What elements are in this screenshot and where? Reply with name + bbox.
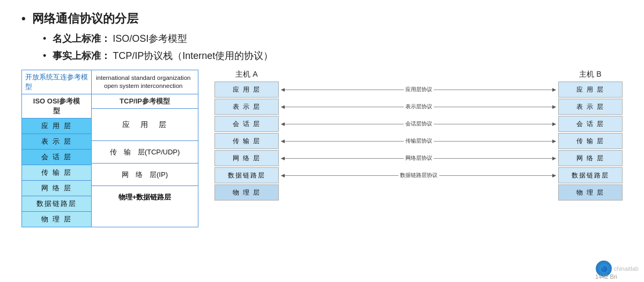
osi-layer-6: 数据链路层 bbox=[22, 196, 91, 212]
osi-layer-4: 传 输 层 bbox=[22, 165, 91, 181]
sub-bullet-1: 名义上标准： ISO/OSI参考模型 bbox=[21, 32, 623, 45]
watermark-text: chinaitlab bbox=[614, 265, 639, 272]
osi-layer-5: 网 络 层 bbox=[22, 181, 91, 196]
proto-b-app: 应 用 层 bbox=[558, 81, 623, 98]
proto-arrow-net: 网络层协议 ◀ ▶ bbox=[281, 150, 556, 166]
osi-diagram: 开放系统互连参考模型 international standard organi… bbox=[21, 70, 198, 227]
proto-arrow-trans: 传输层协议 ◀ ▶ bbox=[281, 133, 556, 149]
proto-a-phys: 物 理 层 bbox=[214, 184, 279, 201]
proto-arrow-data: 数据链路层协议 ◀ ▶ bbox=[281, 167, 556, 183]
proto-arrow-sess: 会话层协议 ◀ ▶ bbox=[281, 116, 556, 132]
protocol-diagram: 主机 A 主机 B 应 用 层 表 示 层 会 话 层 传 输 层 网 络 层 … bbox=[214, 70, 623, 201]
osi-layer-7: 物 理 层 bbox=[22, 212, 91, 227]
proto-a-pres: 表 示 层 bbox=[214, 99, 279, 115]
osi-layer-2: 表 示 层 bbox=[22, 134, 91, 150]
tcp-layer-1: 应 用 层 bbox=[92, 109, 198, 141]
proto-b-phys: 物 理 层 bbox=[558, 184, 623, 201]
osi-columns: ISO OSI参考模型 应 用 层 表 示 层 会 话 层 传 输 层 网 络 … bbox=[22, 94, 198, 227]
proto-b-net: 网 络 层 bbox=[558, 150, 623, 166]
main-title: 网络通信协议的分层 bbox=[32, 11, 138, 27]
osi-col-right: TCP/IP参考模型 应 用 层 传 输 层(TCP/UDP) 网 络 层(IP… bbox=[92, 94, 198, 227]
proto-col-a: 应 用 层 表 示 层 会 话 层 传 输 层 网 络 层 数据链路层 物 理 … bbox=[214, 81, 279, 201]
proto-arrow-app: 应用层协议 ◀ ▶ bbox=[281, 81, 556, 98]
diagrams-row: 开放系统互连参考模型 international standard organi… bbox=[21, 70, 623, 227]
proto-a-data: 数据链路层 bbox=[214, 167, 279, 183]
osi-header-right: international standard organizationopen … bbox=[92, 70, 195, 94]
proto-b-pres: 表 示 层 bbox=[558, 99, 623, 115]
tcp-layer-3: 网 络 层(IP) bbox=[92, 164, 198, 186]
osi-col-left-header: ISO OSI参考模型 bbox=[22, 94, 91, 118]
tcp-layer-2: 传 输 层(TCP/UDP) bbox=[92, 141, 198, 164]
sub-bullet-2: 事实上标准： TCP/IP协议栈（Internet使用的协议） bbox=[21, 49, 623, 62]
host-b-label: 主机 B bbox=[558, 70, 623, 79]
proto-col-b: 应 用 层 表 示 层 会 话 层 传 输 层 网 络 层 数据链路层 物 理 … bbox=[558, 81, 623, 201]
host-a-label: 主机 A bbox=[214, 70, 279, 79]
osi-col-left: ISO OSI参考模型 应 用 层 表 示 层 会 话 层 传 输 层 网 络 … bbox=[22, 94, 92, 227]
osi-layer-3: 会 话 层 bbox=[22, 150, 91, 165]
osi-header-row: 开放系统互连参考模型 international standard organi… bbox=[22, 70, 198, 94]
proto-a-app: 应 用 层 bbox=[214, 81, 279, 98]
proto-a-sess: 会 话 层 bbox=[214, 116, 279, 132]
proto-a-net: 网 络 层 bbox=[214, 150, 279, 166]
sub-content-2: TCP/IP协议栈（Internet使用的协议） bbox=[113, 49, 273, 62]
proto-a-trans: 传 输 层 bbox=[214, 133, 279, 149]
main-bullet: 网络通信协议的分层 bbox=[21, 11, 623, 27]
osi-layer-1: 应 用 层 bbox=[22, 118, 91, 134]
proto-col-middle: 应用层协议 ◀ ▶ 表示层协议 ◀ ▶ 会话层协议 ◀ ▶ bbox=[279, 81, 558, 201]
proto-layers-container: 应 用 层 表 示 层 会 话 层 传 输 层 网 络 层 数据链路层 物 理 … bbox=[214, 81, 623, 201]
tcp-layer-4: 物理+数据链路层 bbox=[92, 186, 198, 209]
proto-b-data: 数据链路层 bbox=[558, 167, 623, 183]
sub-label-2: 事实上标准： bbox=[53, 49, 110, 62]
bottom-label: 1442 Bri bbox=[595, 273, 617, 280]
proto-arrow-phys bbox=[281, 184, 556, 201]
sub-content-1: ISO/OSI参考模型 bbox=[113, 32, 187, 45]
slide-content: 网络通信协议的分层 名义上标准： ISO/OSI参考模型 事实上标准： TCP/… bbox=[0, 0, 644, 282]
proto-b-trans: 传 输 层 bbox=[558, 133, 623, 149]
sub-label-1: 名义上标准： bbox=[53, 32, 110, 45]
proto-b-sess: 会 话 层 bbox=[558, 116, 623, 132]
tcp-col-header: TCP/IP参考模型 bbox=[92, 94, 198, 109]
bottom-text: 1442 Bri bbox=[595, 273, 617, 280]
osi-header-left: 开放系统互连参考模型 bbox=[22, 70, 92, 94]
proto-arrow-pres: 表示层协议 ◀ ▶ bbox=[281, 99, 556, 115]
